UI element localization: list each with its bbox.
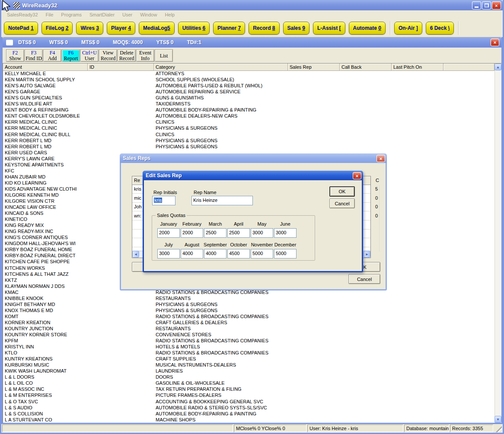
menu-item-file[interactable]: File xyxy=(42,11,57,18)
rep-initials-input[interactable]: kris xyxy=(152,196,175,205)
edit-ok-button[interactable]: OK xyxy=(329,186,355,197)
toolbar-button-sales[interactable]: Sales 9 xyxy=(283,22,309,35)
table-row[interactable]: L & O TAX SVCACCOUNTING & BOOKKEEPING GE… xyxy=(3,399,494,405)
table-row[interactable]: KEN'S GARAGEAUTOMOBILE REPAIRING & SERVI… xyxy=(3,89,494,95)
table-row[interactable]: L & M ENTERPRISESPICTURE FRAMES-DEALERS xyxy=(3,393,494,399)
column-header-category[interactable]: Category xyxy=(154,64,288,71)
rep-name-input[interactable]: Kris Heinze xyxy=(191,196,253,205)
table-row[interactable]: L & S AUDIOAUTOMOBILE RADIO & STEREO SYS… xyxy=(3,405,494,411)
table-row[interactable]: KRISTYL INNHOTELS & MOTELS xyxy=(3,344,494,350)
toolbar-button-wires[interactable]: Wires 3 xyxy=(76,22,103,35)
grid-cell-initials[interactable]: wn: xyxy=(134,213,141,218)
fkey-button-ctrl-u-user[interactable]: Ctrl+UUser xyxy=(80,49,99,62)
table-row[interactable]: KEN MARTIN SCHOOL SUPPLYSCHOOL SUPPLIES … xyxy=(3,77,494,83)
toolbar-button-filelog[interactable]: FileLog 2 xyxy=(41,22,73,35)
sales-reps-cancel-button[interactable]: Cancel xyxy=(348,274,380,284)
table-row[interactable]: KENT BODY & REFINISHINGAUTOMOBILE BODY-R… xyxy=(3,107,494,113)
scroll-down-icon[interactable]: ▼ xyxy=(494,416,501,423)
toolbar-button-l-assist[interactable]: L-Assist [ xyxy=(313,22,345,35)
fkey-button-f2-show[interactable]: F2Show xyxy=(6,49,24,62)
quota-input-november[interactable]: 5000 xyxy=(251,249,273,258)
table-row[interactable]: KEN'S WILDLIFE ARTTAXIDERMISTS xyxy=(3,101,494,107)
fkey-button-list[interactable]: List xyxy=(155,49,173,62)
column-header-sales-rep[interactable]: Sales Rep xyxy=(288,64,340,71)
toolbar-button-medialog[interactable]: MediaLog5 xyxy=(139,22,175,35)
menu-item-window[interactable]: Window xyxy=(136,11,161,18)
column-header-blank[interactable] xyxy=(443,64,494,71)
toolbar-button-6-deck[interactable]: 6 Deck \ xyxy=(426,22,454,35)
table-row[interactable]: KENT CHEVROLET OLDSMOBILEAUTOMOBILE DEAL… xyxy=(3,113,494,119)
title-bar[interactable]: WireReady32 × xyxy=(1,0,503,10)
toolbar-button-utilities[interactable]: Utilities 6 xyxy=(178,22,210,35)
edit-dialog-close-icon[interactable]: × xyxy=(353,172,361,179)
close-button-icon[interactable]: × xyxy=(492,1,501,10)
toolbar-button-on-air[interactable]: On-Air ] xyxy=(394,22,422,35)
sales-reps-dialog-titlebar[interactable]: Sales Reps xyxy=(120,153,387,163)
grid-cell-initials[interactable]: Joh xyxy=(134,204,142,209)
toolbar-button-planner[interactable]: Planner 7 xyxy=(213,22,245,35)
quota-input-may[interactable]: 3000 xyxy=(251,228,273,238)
minimize-button-icon[interactable] xyxy=(472,1,481,10)
toolbar-button-record[interactable]: Record 8 xyxy=(249,22,279,35)
quota-input-october[interactable]: 4500 xyxy=(227,249,250,258)
table-row[interactable]: KERR MEDICAL CLINICCLINICS xyxy=(3,119,494,125)
child-close-icon[interactable]: × xyxy=(491,38,499,46)
scroll-left-icon[interactable]: ◄ xyxy=(132,251,139,258)
table-row[interactable]: KEN'S AUTO SALVAGEAUTOMOBILE PARTS-USED … xyxy=(3,83,494,89)
table-row[interactable]: KERR MEDICAL CLINIC BULLCLINICS xyxy=(3,132,494,138)
table-row[interactable]: L & S COLLISIONAUTOMOBILE BODY-REPAIRING… xyxy=(3,411,494,417)
toolbar-button-player[interactable]: Player 4 xyxy=(107,22,135,35)
grid-cell-initials[interactable]: mic xyxy=(134,195,141,201)
column-header-account[interactable]: Account xyxy=(3,64,88,71)
column-header-last-pitch-on[interactable]: Last Pitch On xyxy=(392,64,443,71)
fkey-button-f6-report[interactable]: F6Report xyxy=(62,49,80,62)
quota-input-december[interactable]: 5000 xyxy=(274,249,297,258)
edit-cancel-button[interactable]: Cancel xyxy=(329,198,355,208)
menu-item-salesready32[interactable]: SalesReady32 xyxy=(3,11,42,18)
table-row[interactable]: KOMTRADIO STATIONS & BROADCASTING COMPAN… xyxy=(3,314,494,320)
fkey-button-f3-find-id[interactable]: F3Find ID xyxy=(25,49,43,62)
quota-input-april[interactable]: 2500 xyxy=(227,228,250,238)
table-row[interactable]: KTLORADIO STATIONS & BROADCASTING COMPAN… xyxy=(3,350,494,356)
table-row[interactable]: KURBURSKI MUSICMUSICAL INSTRUMENTS-DEALE… xyxy=(3,362,494,368)
quota-input-august[interactable]: 4000 xyxy=(181,249,203,258)
table-row[interactable]: KNOX THOMAS E MDPHYSICIANS & SURGEONS xyxy=(3,308,494,314)
table-row[interactable]: KERR MEDICAL CLINICPHYSICIANS & SURGEONS xyxy=(3,125,494,131)
table-row[interactable]: L & L DOORSDOORS xyxy=(3,374,494,380)
column-header-call-back[interactable]: Call Back xyxy=(340,64,392,71)
table-row[interactable]: KORNER KREATIONCRAFT GALLERIES & DEALERS xyxy=(3,320,494,326)
quota-input-january[interactable]: 2000 xyxy=(157,228,180,238)
table-row[interactable]: KOUNTRY KORNER STORECONVENIENCE STORES xyxy=(3,332,494,338)
table-row[interactable]: KWIK WASH LAUNDROMATLAUNDRIES xyxy=(3,368,494,374)
toolbar-button-notepad[interactable]: NotePad 1 xyxy=(4,22,38,35)
grid-cell-initials[interactable]: kris xyxy=(134,186,141,191)
table-row[interactable]: L & L OIL COGASOLINE & OIL-WHOLESALE xyxy=(3,380,494,386)
table-row[interactable]: L A STURTEVANT COMACHINE SHOPS xyxy=(3,417,494,423)
fkey-button-event-info[interactable]: EventInfo xyxy=(136,49,154,62)
quota-input-june[interactable]: 3000 xyxy=(274,228,297,238)
menu-item-programs[interactable]: Programs xyxy=(57,11,86,18)
table-row[interactable]: KNIGHT BETHANY MDPHYSICIANS & SURGEONS xyxy=(3,302,494,308)
sales-info-bar[interactable]: DTS$ 0WTS$ 0MTS$ 0MOQ$: 4000YTS$ 0TD#:1 xyxy=(3,37,501,48)
menu-item-help[interactable]: Help xyxy=(161,11,179,18)
fkey-button-f4-add[interactable]: F4Add xyxy=(43,49,61,62)
column-header-id[interactable]: ID xyxy=(88,64,154,71)
scroll-up-icon[interactable]: ▲ xyxy=(494,64,501,70)
table-row[interactable]: L & M ASSOC INCTAX RETURN PREPARATION & … xyxy=(3,386,494,393)
fkey-button-delete-record[interactable]: DeleteRecord xyxy=(118,49,136,62)
table-row[interactable]: KPFMRADIO STATIONS & BROADCASTING COMPAN… xyxy=(3,338,494,344)
sales-reps-close-icon[interactable]: × xyxy=(376,155,385,162)
table-row[interactable]: KNIBBLE KNOOKRESTAURANTS xyxy=(3,296,494,302)
resize-grip-icon[interactable] xyxy=(494,424,502,432)
fkey-button-view-record[interactable]: ViewRecord xyxy=(99,49,117,62)
toolbar-button-automate[interactable]: Automate 0 xyxy=(349,22,386,35)
menu-item-user[interactable]: User xyxy=(118,11,136,18)
quota-input-march[interactable]: 2500 xyxy=(204,228,226,238)
quota-input-september[interactable]: 4000 xyxy=(204,249,226,258)
restore-button-icon[interactable] xyxy=(482,1,491,10)
table-row[interactable]: KUNTRY KREATIONSCRAFT SUPPLIES xyxy=(3,356,494,362)
quota-input-february[interactable]: 2000 xyxy=(181,228,203,238)
table-row[interactable]: KOUNTRY JUNCTIONRESTAURANTS xyxy=(3,326,494,332)
table-row[interactable]: KEN'S GUN SPECIALTIESGUNS & GUNSMITHS xyxy=(3,95,494,101)
table-row[interactable]: KELLY MICHAEL EATTORNEYS xyxy=(3,71,494,77)
